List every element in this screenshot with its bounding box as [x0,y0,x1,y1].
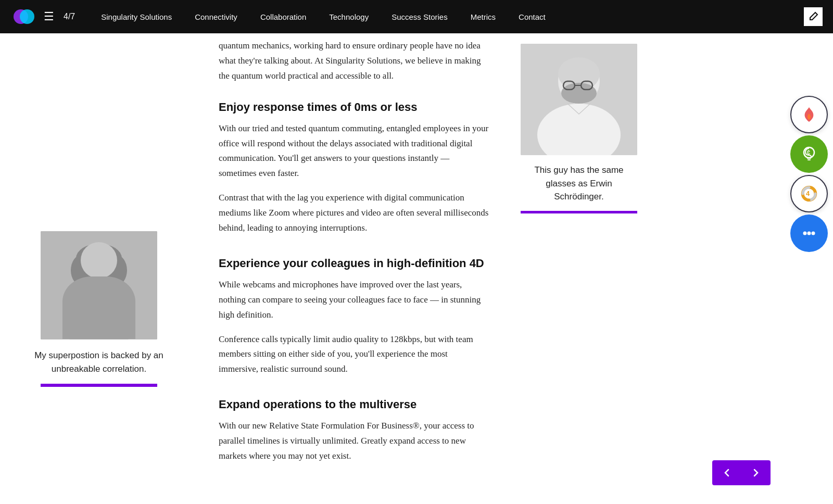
chat-button[interactable] [790,215,828,252]
svg-rect-10 [67,317,131,320]
svg-rect-12 [67,327,131,331]
svg-point-14 [103,268,108,272]
prev-arrow-button[interactable] [712,460,741,485]
svg-point-8 [62,294,135,339]
right-panel: This guy has the same glasses as Erwin S… [521,33,687,485]
main-content: quantum mechanics, working hard to ensur… [198,33,521,485]
lightbulb-button[interactable]: ¢ [790,135,828,173]
woman-photo-bg [41,231,157,339]
nav-link-metrics[interactable]: Metrics [459,12,507,21]
hamburger-icon[interactable]: ☰ [44,10,54,23]
right-person-photo [521,44,637,155]
nav-link-collaboration[interactable]: Collaboration [249,12,318,21]
svg-text:¢: ¢ [806,148,811,157]
left-person-card: My superpostion is backed by an unbreaka… [31,231,167,387]
svg-point-4 [79,249,119,291]
svg-point-33 [812,232,815,235]
nav-link-technology[interactable]: Technology [318,12,380,21]
svg-point-3 [77,245,121,291]
left-panel: My superpostion is backed by an unbreaka… [0,33,198,485]
right-person-caption: This guy has the same glasses as Erwin S… [521,163,637,204]
section-heading-0: Enjoy response times of 0ms or less [219,100,489,114]
next-arrow-button[interactable] [741,460,771,485]
chart-button[interactable]: 4 [790,175,828,212]
svg-point-5 [76,244,122,273]
right-person-bar [521,211,637,213]
nav-link-contact[interactable]: Contact [507,12,557,21]
nav-link-singularity[interactable]: Singularity Solutions [90,12,183,21]
nav-arrows [712,460,771,485]
intro-text: quantum mechanics, working hard to ensur… [219,39,489,84]
navigation: ☰ 4/7 Singularity Solutions Connectivity… [0,0,833,33]
section-response-times: Enjoy response times of 0ms or less With… [219,100,489,236]
section-body-1-1: Conference calls typically limit audio q… [219,332,489,377]
svg-rect-9 [67,312,131,315]
svg-rect-27 [807,157,811,159]
svg-point-1 [20,9,34,24]
section-body-0-0: With our tried and tested quantum commut… [219,121,489,182]
svg-point-7 [104,255,127,286]
page-wrapper: My superpostion is backed by an unbreaka… [0,33,833,504]
svg-rect-11 [67,322,131,325]
flame-button[interactable] [790,96,828,133]
section-body-1-0: While webcams and microphones have impro… [219,278,489,323]
left-person-caption: My superpostion is backed by an unbreaka… [31,349,167,375]
svg-point-32 [807,232,811,235]
left-person-photo [41,231,157,339]
slide-counter: 4/7 [64,12,75,21]
right-person-card: This guy has the same glasses as Erwin S… [521,44,630,213]
section-body-0-1: Contrast that with the lag you experienc… [219,191,489,236]
edit-icon[interactable] [804,7,823,26]
svg-point-6 [71,255,94,286]
logo[interactable] [10,3,37,30]
side-icons-panel: ¢ 4 [790,33,833,252]
svg-text:4: 4 [806,190,810,197]
nav-link-success-stories[interactable]: Success Stories [380,12,459,21]
nav-links: Singularity Solutions Connectivity Colla… [90,12,804,21]
svg-point-13 [90,268,95,272]
left-person-bar [41,384,157,387]
nav-link-connectivity[interactable]: Connectivity [183,12,249,21]
section-body-2-0: With our new Relative State Formulation … [219,419,489,464]
section-multiverse: Expand operations to the multiverse With… [219,398,489,464]
section-heading-2: Expand operations to the multiverse [219,398,489,411]
section-heading-1: Experience your colleagues in high-defin… [219,257,489,270]
svg-rect-2 [41,231,157,339]
svg-point-31 [803,232,807,235]
section-4d: Experience your colleagues in high-defin… [219,257,489,377]
svg-rect-28 [807,159,811,160]
